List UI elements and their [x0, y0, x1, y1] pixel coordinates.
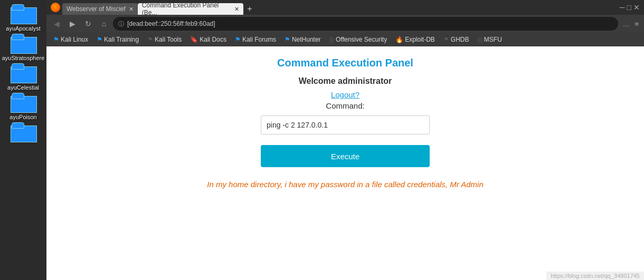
- bookmark-label: Kali Forums: [242, 36, 276, 43]
- desktop-item-ayustratosphere[interactable]: ayuStratosphere: [2, 34, 44, 61]
- bookmark-icon: ⚑: [53, 36, 59, 43]
- page-title: Command Execution Panel: [277, 57, 413, 69]
- folder-icon: [11, 63, 36, 83]
- bookmark-icon: |||: [329, 36, 334, 43]
- bookmark-ghdb[interactable]: ⚑ GHDB: [440, 35, 473, 44]
- result-text: In my home directory, i have my password…: [207, 180, 484, 189]
- ssl-info-icon: ⓘ: [118, 20, 124, 28]
- desktop-item-label: ayuPoison: [10, 114, 36, 120]
- bookmark-icon: ⚑: [97, 36, 102, 43]
- page-content: Command Execution Panel Welcome administ…: [46, 46, 644, 280]
- nav-bar: ◀ ▶ ↻ ⌂ ⓘ [dead:beef::250:56ff:feb9:60ad…: [46, 15, 644, 33]
- firefox-icon: [51, 3, 60, 12]
- title-bar: Webserver of Miscief ✕ Command Execution…: [46, 0, 644, 15]
- tab-command-panel[interactable]: Command Execution Panel (Be... ✕: [138, 3, 243, 15]
- bookmark-icon: 🔖: [190, 36, 198, 43]
- back-button[interactable]: ◀: [50, 17, 63, 31]
- tab-close-button[interactable]: ✕: [129, 6, 134, 13]
- bookmark-icon: ⚑: [285, 36, 290, 43]
- tab-webserver[interactable]: Webserver of Miscief ✕: [62, 3, 138, 15]
- tab-close-button[interactable]: ✕: [234, 6, 239, 13]
- refresh-icon: ↻: [85, 20, 91, 28]
- desktop-item-label: ayuCelestial: [7, 84, 39, 91]
- home-button[interactable]: ⌂: [97, 17, 111, 31]
- bookmark-label: Kali Tools: [155, 36, 182, 43]
- command-input[interactable]: [261, 115, 430, 134]
- bookmark-icon: |||: [478, 36, 482, 43]
- home-icon: ⌂: [102, 20, 106, 28]
- bookmark-icon: ⚑: [147, 36, 153, 43]
- execute-button[interactable]: Execute: [261, 145, 430, 167]
- desktop-item-ayuapocalyst[interactable]: ayuApocalyst: [2, 4, 44, 32]
- bookmark-offensive-security[interactable]: ||| Offensive Security: [326, 35, 391, 44]
- bookmark-nethunter[interactable]: ⚑ NetHunter: [281, 35, 325, 44]
- bookmark-label: Exploit-DB: [405, 36, 435, 43]
- bookmark-msfu[interactable]: ||| MSFU: [474, 35, 506, 44]
- bookmark-kali-training[interactable]: ⚑ Kali Training: [93, 35, 143, 44]
- bookmark-icon: ⚑: [235, 36, 241, 43]
- bookmark-kali-docs[interactable]: 🔖 Kali Docs: [186, 35, 230, 44]
- bookmark-label: NetHunter: [292, 36, 321, 43]
- bookmark-icon: 🔥: [395, 36, 403, 43]
- forward-icon: ▶: [70, 20, 75, 28]
- status-url: https://blog.csdn.net/qq_34801745: [551, 273, 640, 279]
- refresh-button[interactable]: ↻: [81, 17, 95, 31]
- forward-button[interactable]: ▶: [65, 17, 79, 31]
- bookmark-label: MSFU: [484, 36, 502, 43]
- tab-label: Webserver of Miscief: [67, 5, 126, 13]
- desktop-sidebar: ayuApocalyst ayuStratosphere ayuCelestia…: [0, 0, 46, 280]
- title-bar-controls: ─□✕: [620, 3, 640, 12]
- folder-icon: [11, 93, 36, 113]
- browser-window: Webserver of Miscief ✕ Command Execution…: [46, 0, 644, 280]
- nav-right-controls: … ≡: [620, 19, 641, 29]
- logout-link[interactable]: Logout?: [331, 90, 359, 99]
- desktop-item-ayupoison[interactable]: ayuPoison: [2, 93, 44, 120]
- bookmark-label: Kali Linux: [61, 36, 88, 43]
- overflow-menu-button[interactable]: …: [620, 19, 631, 29]
- address-bar[interactable]: ⓘ [dead:beef::250:56ff:feb9:60ad]: [113, 17, 618, 31]
- address-text: [dead:beef::250:56ff:feb9:60ad]: [127, 20, 215, 27]
- hamburger-menu-button[interactable]: ≡: [632, 19, 641, 29]
- desktop-item-ayucelestial[interactable]: ayuCelestial: [2, 63, 44, 91]
- folder-icon: [11, 34, 36, 54]
- command-label: Command:: [326, 101, 364, 110]
- new-tab-button[interactable]: +: [243, 3, 256, 15]
- bookmark-label: Offensive Security: [336, 36, 387, 43]
- status-bar: https://blog.csdn.net/qq_34801745: [546, 272, 644, 280]
- welcome-text: Welcome administrator: [299, 76, 392, 86]
- bookmark-kali-forums[interactable]: ⚑ Kali Forums: [231, 35, 280, 44]
- bookmark-kali-tools[interactable]: ⚑ Kali Tools: [144, 35, 185, 44]
- bookmark-exploit-db[interactable]: 🔥 Exploit-DB: [392, 35, 439, 44]
- bookmark-label: Kali Training: [104, 36, 139, 43]
- back-icon: ◀: [54, 20, 60, 28]
- folder-icon: [11, 122, 36, 142]
- bookmark-icon: ⚑: [443, 36, 449, 43]
- tab-label: Command Execution Panel (Be...: [142, 2, 231, 16]
- desktop-item-label: ayuStratosphere: [2, 55, 45, 61]
- folder-icon: [11, 4, 36, 24]
- desktop-item-label: ayuApocalyst: [6, 25, 40, 32]
- desktop-item-extra[interactable]: [2, 122, 44, 143]
- bookmark-label: Kali Docs: [200, 36, 226, 43]
- tab-bar: Webserver of Miscief ✕ Command Execution…: [62, 0, 618, 15]
- bookmark-kali-linux[interactable]: ⚑ Kali Linux: [50, 35, 92, 44]
- bookmark-label: GHDB: [451, 36, 469, 43]
- bookmarks-bar: ⚑ Kali Linux ⚑ Kali Training ⚑ Kali Tool…: [46, 33, 644, 46]
